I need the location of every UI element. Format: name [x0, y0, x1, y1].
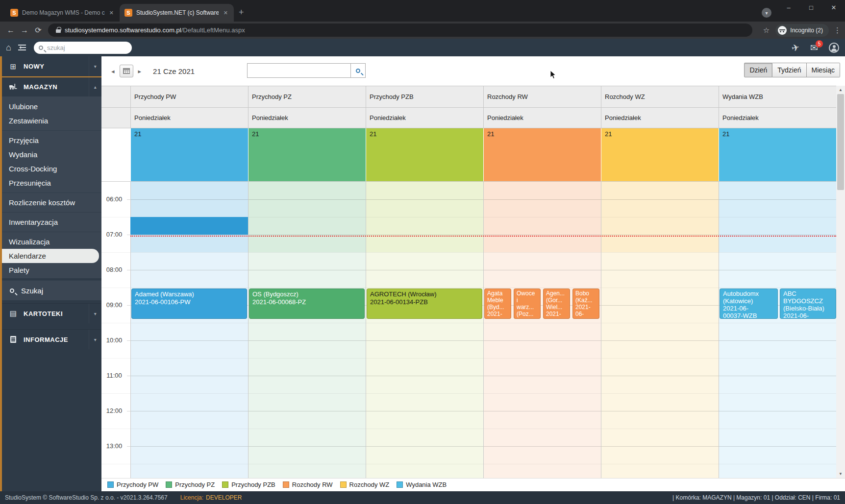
sidebar-item-przesuni-cia[interactable]: Przesunięcia	[2, 176, 101, 190]
calendar-event[interactable]: Adamed (Warszawa)2021-06-00106-PW	[131, 288, 247, 319]
time-slot[interactable]	[366, 393, 483, 411]
time-slot[interactable]	[601, 429, 719, 446]
tab-search-dropdown-icon[interactable]: ▾	[762, 8, 771, 18]
time-slot[interactable]	[131, 411, 248, 429]
scroll-down-icon[interactable]: ▼	[836, 470, 845, 478]
time-slot[interactable]	[249, 199, 366, 217]
time-slot[interactable]	[131, 252, 248, 270]
time-slot[interactable]	[484, 323, 601, 340]
time-slot[interactable]	[366, 270, 483, 288]
time-slot[interactable]	[601, 199, 719, 217]
scrollbar-thumb[interactable]	[837, 94, 844, 190]
time-slot[interactable]	[131, 323, 248, 340]
messages-button[interactable]: ✉ 5	[810, 42, 818, 53]
chevron-down-icon[interactable]: ▾	[89, 56, 101, 76]
time-slot[interactable]	[484, 429, 601, 446]
time-slot[interactable]	[366, 358, 483, 376]
time-slot[interactable]	[249, 217, 366, 235]
time-slot[interactable]	[366, 235, 483, 252]
calendar-event[interactable]: Bobo(Kaź...2021-06-	[572, 288, 599, 319]
sidebar-item-palety[interactable]: Palety	[2, 263, 101, 277]
time-slot[interactable]	[484, 411, 601, 429]
sidebar-item-ulubione[interactable]: Ulubione	[2, 99, 101, 114]
time-slot[interactable]	[249, 411, 366, 429]
calendar-event[interactable]: Autobudomx(Katowice)2021-06-00037-WZB	[720, 288, 778, 319]
calendar-event[interactable]: Owoceiwarz...(Poz...	[514, 288, 541, 319]
chevron-up-icon[interactable]: ▴	[89, 77, 101, 96]
time-slot[interactable]	[719, 270, 836, 288]
time-slot[interactable]	[249, 376, 366, 393]
time-slot[interactable]	[249, 270, 366, 288]
time-slot[interactable]	[366, 182, 483, 199]
user-profile-icon[interactable]	[829, 43, 839, 53]
time-slot[interactable]	[484, 376, 601, 393]
time-slot[interactable]	[719, 199, 836, 217]
time-slot[interactable]	[484, 199, 601, 217]
time-slot[interactable]	[719, 340, 836, 358]
sidebar-item-cross-docking[interactable]: Cross-Docking	[2, 162, 101, 176]
calendar-event[interactable]: AGROTECH (Wrocław)2021-06-00134-PZB	[367, 288, 482, 319]
time-slot[interactable]	[131, 393, 248, 411]
time-slot[interactable]	[484, 235, 601, 252]
calendar-search-input[interactable]	[247, 63, 351, 78]
browser-tab-2-active[interactable]: S StudioSystem.NET (c) SoftwareStu ✕	[120, 4, 234, 22]
sidebar-item-wizualizacja[interactable]: Wizualizacja	[2, 235, 101, 249]
view-month-button[interactable]: Miesiąc	[807, 63, 840, 77]
calendar-search-button[interactable]	[351, 63, 366, 78]
window-minimize-button[interactable]: –	[777, 0, 800, 15]
time-slot[interactable]	[601, 217, 719, 235]
time-slot[interactable]	[131, 235, 248, 252]
time-slot-highlight[interactable]	[130, 217, 248, 235]
time-slot[interactable]	[601, 411, 719, 429]
time-slot[interactable]	[484, 446, 601, 464]
global-search-pill[interactable]	[34, 42, 132, 54]
all-day-band[interactable]: 21	[130, 128, 248, 181]
tab-close-icon[interactable]: ✕	[108, 9, 115, 17]
tab-close-icon[interactable]: ✕	[223, 9, 229, 17]
all-day-band[interactable]: 21	[719, 128, 836, 181]
sidebar-section-magazyn[interactable]: MAGAZYN ▴	[2, 76, 101, 96]
time-slot[interactable]	[366, 429, 483, 446]
browser-tab-1[interactable]: S Demo Magazyn WMS - Demo on ✕	[5, 4, 120, 22]
back-button[interactable]: ←	[4, 26, 18, 35]
address-bar[interactable]: studiosystemdemo.softwarestudio.com.pl/D…	[48, 24, 752, 37]
calendar-event[interactable]: Agen...(Gor...Wiel...2021-	[543, 288, 570, 319]
view-week-button[interactable]: Tydzień	[772, 63, 806, 77]
sidebar-item-zestawienia[interactable]: Zestawienia	[2, 114, 101, 128]
time-slot[interactable]	[601, 446, 719, 464]
time-slot[interactable]	[601, 270, 719, 288]
time-slot[interactable]	[131, 429, 248, 446]
home-icon[interactable]: ⌂	[6, 43, 11, 53]
time-slot[interactable]	[719, 446, 836, 464]
sidebar-item-wydania[interactable]: Wydania	[2, 147, 101, 162]
time-slot[interactable]	[131, 464, 248, 478]
sidebar-section-informacje[interactable]: INFORMACJE ▾	[2, 329, 101, 349]
time-slot[interactable]	[719, 411, 836, 429]
time-slot[interactable]	[719, 182, 836, 199]
all-day-band[interactable]: 21	[248, 128, 366, 181]
window-maximize-button[interactable]: □	[800, 0, 822, 15]
time-slot[interactable]	[249, 429, 366, 446]
time-slot[interactable]	[366, 446, 483, 464]
time-slot[interactable]	[249, 340, 366, 358]
time-slot[interactable]	[601, 288, 719, 305]
time-slot[interactable]	[484, 270, 601, 288]
chevron-down-icon[interactable]: ▾	[89, 304, 101, 323]
time-slot[interactable]	[601, 235, 719, 252]
sidebar-item-kalendarze[interactable]: Kalendarze	[2, 249, 99, 263]
prev-day-icon[interactable]: ◂	[108, 68, 118, 75]
time-slot[interactable]	[366, 464, 483, 478]
time-slot[interactable]	[249, 323, 366, 340]
global-search-input[interactable]	[47, 44, 121, 51]
all-day-band[interactable]: 21	[483, 128, 601, 181]
bookmark-star-icon[interactable]: ☆	[763, 26, 770, 35]
time-slot[interactable]	[484, 182, 601, 199]
time-slot[interactable]	[484, 358, 601, 376]
time-slot[interactable]	[131, 358, 248, 376]
time-slot[interactable]	[249, 358, 366, 376]
time-slot[interactable]	[249, 235, 366, 252]
time-slot[interactable]	[719, 323, 836, 340]
collapse-menu-icon[interactable]	[18, 45, 26, 50]
time-slot[interactable]	[249, 252, 366, 270]
calendar-event[interactable]: OS (Bydgoszcz)2021-06-00068-PZ	[249, 288, 365, 319]
